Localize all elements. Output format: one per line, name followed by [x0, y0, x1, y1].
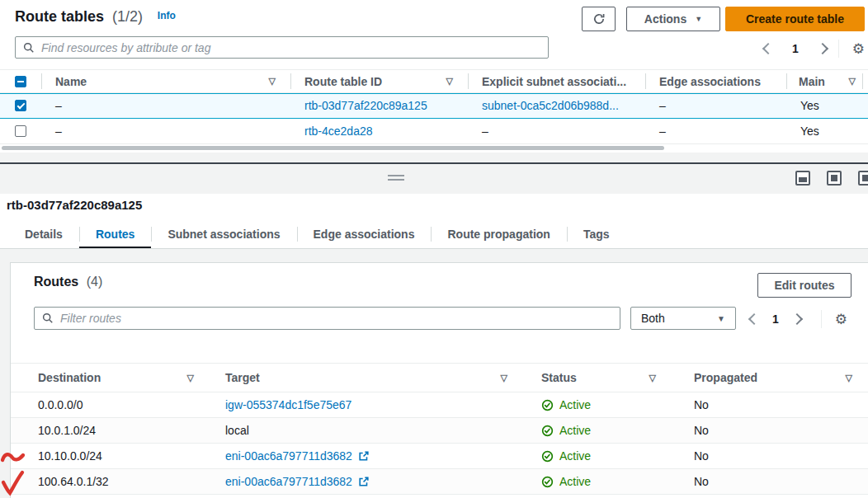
- tab-edge-associations[interactable]: Edge associations: [297, 219, 432, 249]
- name-cell: –: [41, 99, 290, 112]
- sort-icon[interactable]: ▽: [649, 373, 656, 383]
- page-title-text: Route tables: [15, 8, 104, 25]
- detail-panel-title: rtb-03d77af220c89a125: [7, 198, 142, 212]
- subnet-link[interactable]: subnet-0ca5c2d06b988d...: [482, 99, 619, 112]
- route-table-id-link[interactable]: rtb-03d77af220c89a125: [304, 99, 427, 112]
- create-route-table-button[interactable]: Create route table: [725, 7, 865, 31]
- column-header-name[interactable]: Name ▽: [41, 70, 290, 92]
- subnet-association-cell: subnet-0ca5c2d06b988d...: [468, 99, 645, 112]
- tab-details[interactable]: Details: [8, 219, 79, 249]
- horizontal-scrollbar[interactable]: [2, 146, 664, 150]
- gear-icon[interactable]: ⚙: [852, 42, 865, 56]
- sort-icon[interactable]: ▽: [849, 76, 856, 87]
- previous-page-icon[interactable]: [762, 43, 774, 54]
- column-header-spare: [862, 70, 868, 92]
- column-header-target[interactable]: Target ▽: [215, 371, 529, 384]
- column-header-route-table-id[interactable]: Route table ID ▽: [290, 70, 468, 92]
- column-label: Status: [541, 371, 577, 384]
- filter-routes-input[interactable]: Filter routes: [34, 307, 620, 330]
- target-link[interactable]: eni-00ac6a797711d3682: [225, 449, 352, 463]
- tab-subnet-associations[interactable]: Subnet associations: [151, 219, 296, 249]
- tab-tags[interactable]: Tags: [567, 219, 626, 249]
- sort-icon[interactable]: ▽: [269, 76, 276, 87]
- info-link[interactable]: Info: [158, 10, 176, 21]
- column-label: Edge associations: [659, 75, 761, 88]
- route-tables-console: Route tables (1/2) Info Actions ▼ Create…: [0, 0, 868, 498]
- tab-route-propagation[interactable]: Route propagation: [431, 219, 566, 249]
- previous-page-icon[interactable]: [748, 313, 760, 325]
- select-all-checkbox[interactable]: [15, 76, 26, 87]
- route-row: 0.0.0.0/0igw-055374dc1f5e75e67ActiveNo: [11, 392, 868, 418]
- column-label: Main: [799, 75, 825, 88]
- tab-label: Details: [25, 228, 63, 241]
- status-text: Active: [559, 424, 591, 437]
- panel-side-icon[interactable]: [827, 171, 842, 186]
- external-link-icon[interactable]: [358, 476, 370, 487]
- status-active-icon: [541, 399, 554, 411]
- split-drag-handle[interactable]: [388, 175, 404, 181]
- chevron-down-icon: ▼: [695, 15, 702, 23]
- next-page-icon[interactable]: [817, 43, 828, 54]
- refresh-icon: [592, 12, 606, 26]
- actions-button[interactable]: Actions ▼: [626, 7, 720, 31]
- search-icon: [23, 42, 35, 54]
- sort-icon[interactable]: ▽: [501, 373, 507, 383]
- edge-associations-cell: –: [645, 124, 786, 138]
- routes-table-header: Destination ▽ Target ▽ Status ▽ Propagat…: [11, 363, 868, 392]
- route-table-id-cell: rtb-4ce2da28: [290, 124, 468, 138]
- destination-cell: 10.0.1.0/24: [11, 424, 215, 437]
- tab-label: Subnet associations: [167, 228, 280, 241]
- route-row: 100.64.0.1/32eni-00ac6a797711d3682Active…: [11, 469, 868, 495]
- column-header-explicit-subnet[interactable]: Explicit subnet associati...: [468, 70, 645, 92]
- gear-icon[interactable]: ⚙: [835, 312, 847, 327]
- target-text: local: [225, 424, 249, 437]
- column-header-status[interactable]: Status ▽: [529, 371, 677, 384]
- target-link[interactable]: igw-055374dc1f5e75e67: [225, 398, 351, 411]
- routes-title-text: Routes: [34, 275, 78, 289]
- search-icon: [42, 312, 54, 324]
- filter-scope-select[interactable]: Both ▼: [630, 307, 736, 330]
- column-label: Route table ID: [304, 75, 382, 88]
- sort-icon[interactable]: ▽: [446, 76, 453, 87]
- tab-routes[interactable]: Routes: [79, 219, 151, 249]
- edit-routes-button[interactable]: Edit routes: [757, 273, 851, 298]
- next-page-icon[interactable]: [791, 313, 803, 325]
- split-divider: [0, 162, 868, 164]
- route-tables-header: Name ▽ Route table ID ▽ Explicit subnet …: [0, 69, 868, 93]
- propagated-cell: No: [677, 398, 868, 411]
- create-route-table-label: Create route table: [746, 12, 844, 26]
- panel-hide-icon[interactable]: [858, 171, 868, 186]
- tab-label: Edge associations: [314, 228, 415, 241]
- sort-icon[interactable]: ▽: [846, 373, 852, 383]
- route-table-id-link[interactable]: rtb-4ce2da28: [304, 124, 373, 138]
- refresh-button[interactable]: [582, 7, 616, 31]
- status-active-icon: [541, 425, 554, 437]
- status-active-icon: [541, 450, 554, 463]
- row-checkbox[interactable]: [15, 100, 26, 111]
- column-header-edge-associations[interactable]: Edge associations: [645, 70, 786, 92]
- route-tables-body: –rtb-03d77af220c89a125subnet-0ca5c2d06b9…: [0, 93, 868, 144]
- resource-search-input[interactable]: Find resources by attribute or tag: [15, 36, 549, 59]
- column-header-main[interactable]: Main ▽: [786, 70, 862, 92]
- filter-placeholder: Filter routes: [60, 312, 121, 325]
- routes-card: Routes (4) Edit routes Filter routes Bot…: [10, 262, 868, 498]
- detail-tabs: DetailsRoutesSubnet associationsEdge ass…: [8, 219, 626, 249]
- split-panel-header: [0, 153, 868, 194]
- filter-scope-value: Both: [641, 312, 665, 325]
- divider: [838, 40, 839, 58]
- external-link-icon[interactable]: [358, 450, 370, 462]
- actions-button-label: Actions: [644, 12, 686, 26]
- row-checkbox[interactable]: [15, 125, 26, 137]
- status-cell: Active: [529, 398, 677, 411]
- column-header-destination[interactable]: Destination ▽: [11, 371, 215, 384]
- status-cell: Active: [529, 475, 677, 488]
- chevron-down-icon: ▼: [717, 314, 725, 323]
- column-header-propagated[interactable]: Propagated ▽: [677, 371, 868, 384]
- target-cell: local: [215, 424, 529, 437]
- target-cell: eni-00ac6a797711d3682: [215, 475, 529, 488]
- target-link[interactable]: eni-00ac6a797711d3682: [225, 475, 352, 488]
- sort-icon[interactable]: ▽: [187, 373, 194, 383]
- status-cell: Active: [529, 449, 677, 463]
- page-number: 1: [772, 312, 779, 326]
- panel-bottom-icon[interactable]: [795, 171, 810, 186]
